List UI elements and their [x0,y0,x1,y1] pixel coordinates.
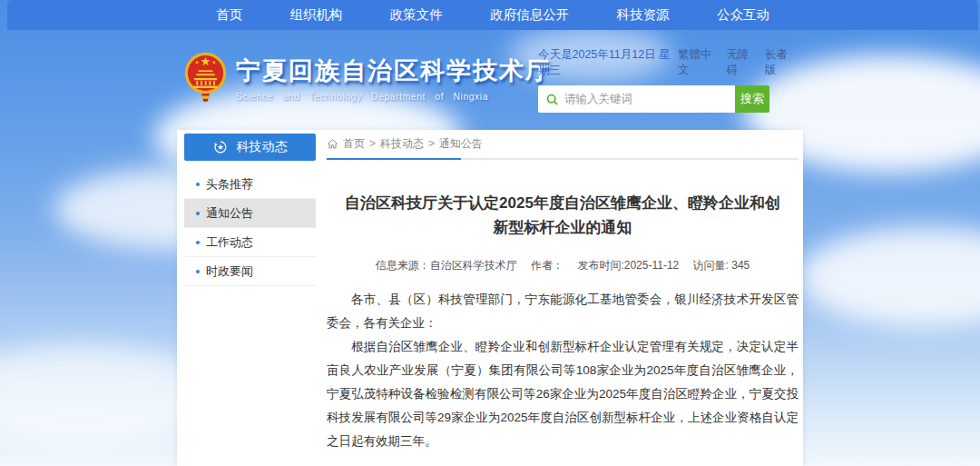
article-body: 各市、县（区）科技管理部门，宁东能源化工基地管委会，银川经济技术开发区管委会，各… [327,288,799,453]
link-elder-version[interactable]: 长者版 [765,47,795,78]
search-button[interactable]: 搜索 [735,85,769,113]
bullet-icon [196,212,200,215]
home-icon [327,138,338,150]
main-content: 首页 > 科技动态 > 通知公告 自治区科技厅关于认定2025年度自治区雏鹰企业… [327,134,799,466]
today-date: 今天是2025年11月12日 星期三 [538,47,678,78]
meta-source: 信息来源：自治区科学技术厅 [376,259,517,272]
sidebar-item-work-news[interactable]: 工作动态 [184,228,316,257]
brand-text: 宁夏回族自治区科学技术厅 Science and Technology Depa… [236,55,552,102]
link-traditional-chinese[interactable]: 繁體中文 [678,47,718,78]
cloud [799,227,980,327]
sidebar-item-label: 时政要闻 [206,263,253,280]
article-paragraph: 各市、县（区）科技管理部门，宁东能源化工基地管委会，银川经济技术开发区管委会，各… [327,288,799,335]
search-icon [545,93,559,106]
breadcrumb-separator: > [369,137,376,150]
site-subtitle-en: Science and Technology Department of Nin… [236,91,552,102]
circled-star-icon [213,140,228,154]
nav-item-gov-info[interactable]: 政府信息公开 [490,6,569,24]
meta-visit-count: 访问量: 345 [693,259,750,272]
bullet-icon [196,183,200,186]
sidebar-item-label: 工作动态 [206,234,253,251]
national-emblem-icon [184,52,227,104]
article-paragraph: 根据自治区雏鹰企业、瞪羚企业和创新型标杆企业认定管理有关规定，决定认定半亩良人农… [327,335,799,453]
breadcrumb-separator: > [428,137,435,150]
site-title: 宁夏回族自治区科学技术厅 [236,55,552,87]
bullet-icon [196,270,200,273]
sidebar-item-label: 头条推荐 [206,176,253,193]
nav-item-public-interaction[interactable]: 公众互动 [717,6,769,24]
breadcrumb-notices[interactable]: 通知公告 [439,136,483,152]
search-input[interactable] [564,93,735,105]
breadcrumb-sci-tech-news[interactable]: 科技动态 [380,136,424,152]
meta-publish-date: 发布时间:2025-11-12 [577,259,679,272]
breadcrumb-divider [327,158,799,160]
sidebar-title: 科技动态 [237,139,288,155]
top-nav: 首页 组织机构 政策文件 政府信息公开 科技资源 公众互动 [7,0,978,30]
meta-author: 作者： [531,259,564,272]
sidebar-item-label: 通知公告 [206,205,253,222]
nav-item-sci-resources[interactable]: 科技资源 [617,6,670,24]
breadcrumb: 首页 > 科技动态 > 通知公告 [327,134,799,153]
sidebar-header-sci-tech-news[interactable]: 科技动态 [184,134,316,161]
nav-item-organization[interactable]: 组织机构 [289,6,342,24]
nav-item-policy[interactable]: 政策文件 [390,6,443,24]
sidebar-item-notices[interactable]: 通知公告 [184,199,316,228]
sidebar-item-current-politics[interactable]: 时政要闻 [184,257,316,286]
article-title: 自治区科技厅关于认定2025年度自治区雏鹰企业、瞪羚企业和创新型标杆企业的通知 [344,191,781,240]
content-container: 科技动态 头条推荐 通知公告 工作动态 时政要闻 [177,130,803,466]
bullet-icon [196,241,200,244]
breadcrumb-divider-accent [327,158,461,160]
sidebar: 科技动态 头条推荐 通知公告 工作动态 时政要闻 [184,134,316,286]
site-brand[interactable]: 宁夏回族自治区科学技术厅 Science and Technology Depa… [184,52,552,104]
sidebar-item-headlines[interactable]: 头条推荐 [184,170,316,199]
quick-links: 繁體中文 无障碍 长者版 [678,47,795,78]
sidebar-menu: 头条推荐 通知公告 工作动态 时政要闻 [184,170,316,286]
article-meta: 信息来源：自治区科学技术厅 作者： 发布时间:2025-11-12 访问量: 3… [327,258,799,273]
link-accessibility[interactable]: 无障碍 [726,47,756,78]
breadcrumb-home[interactable]: 首页 [343,136,365,152]
search-bar: 搜索 [538,85,769,113]
header-right: 今天是2025年11月12日 星期三 繁體中文 无障碍 长者版 搜索 [538,47,795,113]
nav-item-home[interactable]: 首页 [216,6,242,24]
